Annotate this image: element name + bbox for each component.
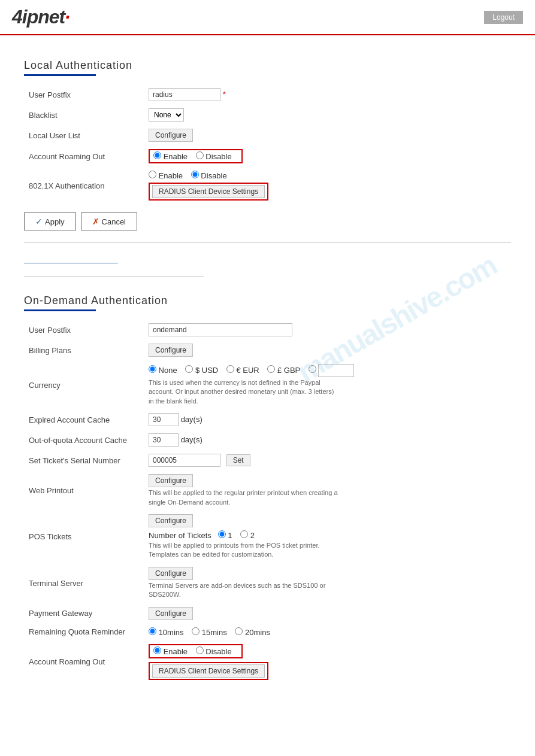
od-billing-plans-label: Billing Plans: [24, 340, 144, 360]
od-ticket-serial-value: Set: [144, 450, 511, 470]
od-payment-gateway-row: Payment Gateway Configure: [24, 603, 511, 624]
apply-check-icon: ✓: [35, 217, 43, 226]
dot1x-disable-radio[interactable]: [191, 171, 199, 178]
section-separator-2: [24, 276, 204, 277]
blacklist-label: Blacklist: [24, 105, 144, 125]
od-num-tickets-2-label: 2: [240, 531, 255, 540]
currency-usd-label: $ USD: [185, 366, 220, 375]
od-user-postfix-label: User Postfix: [24, 320, 144, 340]
od-quota-15-radio[interactable]: [192, 627, 200, 635]
user-postfix-row: User Postfix *: [24, 84, 511, 105]
dot1x-disable-label: Disable: [191, 171, 227, 180]
dot1x-enable-radio[interactable]: [149, 171, 156, 178]
od-pos-tickets-row: POS Tickets Configure Number of Tickets …: [24, 511, 511, 563]
blacklist-value: None: [144, 105, 511, 125]
currency-note: This is used when the currency is not de…: [149, 377, 340, 406]
od-web-printout-configure-button[interactable]: Configure: [149, 474, 193, 487]
account-roaming-enable-radio[interactable]: [153, 151, 161, 159]
od-radius-button[interactable]: RADIUS Client Device Settings: [152, 664, 265, 678]
currency-none-radio[interactable]: [149, 365, 156, 373]
od-currency-label: Currency: [24, 360, 144, 409]
currency-none-label: None: [149, 366, 179, 375]
od-account-roaming-out-row: Account Roaming Out Enable Disable: [24, 640, 511, 684]
od-remaining-quota-label: Remaining Quota Reminder: [24, 624, 144, 640]
od-quota-20-label: 20mins: [235, 628, 270, 637]
account-roaming-disable-radio[interactable]: [196, 151, 204, 159]
placeholder-link-1[interactable]: [24, 256, 118, 264]
od-user-postfix-input[interactable]: [149, 323, 292, 336]
local-radius-highlight: RADIUS Client Device Settings: [149, 183, 268, 201]
account-roaming-out-value: Enable Disable: [144, 145, 511, 167]
od-account-roaming-out-value: Enable Disable RADIUS Client Device Sett…: [144, 640, 511, 684]
logout-button[interactable]: Logout: [484, 11, 523, 24]
on-demand-auth-form: User Postfix Billing Plans Configure Cur…: [24, 320, 511, 684]
account-roaming-out-highlight: Enable Disable: [149, 149, 243, 163]
od-pos-tickets-note: This will be applied to printouts from t…: [149, 540, 340, 560]
od-pos-tickets-label: POS Tickets: [24, 511, 144, 563]
od-terminal-server-note: Terminal Servers are add-on devices such…: [149, 580, 340, 600]
currency-custom-input[interactable]: [318, 364, 354, 377]
od-web-printout-note: This will be applied to the regular prin…: [149, 487, 340, 507]
user-postfix-input[interactable]: [149, 88, 220, 101]
section-separator-1: [24, 242, 511, 243]
od-out-of-quota-input[interactable]: [149, 433, 179, 447]
dot1x-enable-label: Enable: [149, 171, 185, 180]
od-remaining-quota-value: 10mins 15mins 20mins: [144, 624, 511, 640]
od-quota-20-radio[interactable]: [235, 627, 243, 635]
od-expired-cache-input[interactable]: [149, 413, 179, 426]
od-quota-10-radio[interactable]: [149, 627, 156, 635]
od-out-of-quota-value: day(s): [144, 430, 511, 450]
account-roaming-disable-label: Disable: [196, 152, 232, 161]
od-ticket-serial-set-button[interactable]: Set: [226, 454, 250, 466]
od-num-tickets-1-radio[interactable]: [218, 530, 226, 538]
local-user-list-label: Local User List: [24, 125, 144, 145]
currency-custom-radio[interactable]: [309, 365, 316, 373]
local-auth-section: Local Authentication User Postfix * Blac…: [24, 59, 511, 230]
od-terminal-server-label: Terminal Server: [24, 563, 144, 603]
od-billing-plans-configure-button[interactable]: Configure: [149, 344, 193, 357]
od-out-of-quota-row: Out-of-quota Account Cache day(s): [24, 430, 511, 450]
logo: 4ipnet·: [12, 6, 69, 28]
od-payment-gateway-value: Configure: [144, 603, 511, 624]
local-user-list-configure-button[interactable]: Configure: [149, 129, 193, 142]
od-expired-cache-unit: day(s): [181, 415, 202, 424]
local-auth-form: User Postfix * Blacklist None Local User…: [24, 84, 511, 204]
od-ticket-serial-input[interactable]: [149, 454, 220, 467]
od-web-printout-label: Web Printout: [24, 470, 144, 511]
account-roaming-out-label: Account Roaming Out: [24, 145, 144, 167]
local-user-list-row: Local User List Configure: [24, 125, 511, 145]
currency-gbp-radio[interactable]: [267, 365, 275, 373]
dot1x-auth-row: 802.1X Authentication Enable Disable RAD…: [24, 167, 511, 204]
required-asterisk: *: [223, 90, 226, 99]
od-roaming-enable-radio[interactable]: [153, 646, 161, 654]
od-user-postfix-row: User Postfix: [24, 320, 511, 340]
od-num-tickets-1-label: 1: [218, 531, 234, 540]
user-postfix-label: User Postfix: [24, 84, 144, 105]
local-user-list-value: Configure: [144, 125, 511, 145]
od-roaming-disable-radio[interactable]: [196, 646, 204, 654]
od-pos-tickets-configure-button[interactable]: Configure: [149, 514, 193, 527]
blacklist-row: Blacklist None: [24, 105, 511, 125]
local-cancel-button[interactable]: ✗ Cancel: [81, 212, 137, 230]
od-num-tickets-container: Number of Tickets 1 2: [149, 530, 506, 540]
od-ticket-serial-row: Set Ticket's Serial Number Set: [24, 450, 511, 470]
local-auth-btn-row: ✓ Apply ✗ Cancel: [24, 212, 511, 230]
cancel-x-icon: ✗: [92, 217, 99, 226]
od-web-printout-row: Web Printout Configure This will be appl…: [24, 470, 511, 511]
od-num-tickets-2-radio[interactable]: [240, 530, 248, 538]
blacklist-select[interactable]: None: [149, 108, 184, 122]
od-payment-gateway-configure-button[interactable]: Configure: [149, 607, 193, 620]
currency-usd-radio[interactable]: [185, 365, 193, 373]
currency-gbp-label: £ GBP: [267, 366, 302, 375]
logo-text: 4ipnet: [12, 6, 65, 28]
od-web-printout-value: Configure This will be applied to the re…: [144, 470, 511, 511]
od-remaining-quota-row: Remaining Quota Reminder 10mins 15mins 2…: [24, 624, 511, 640]
od-quota-15-label: 15mins: [192, 628, 229, 637]
od-ticket-serial-label: Set Ticket's Serial Number: [24, 450, 144, 470]
currency-eur-radio[interactable]: [226, 365, 234, 373]
od-terminal-server-configure-button[interactable]: Configure: [149, 567, 193, 580]
local-apply-button[interactable]: ✓ Apply: [24, 212, 76, 230]
od-expired-cache-row: Expired Account Cache day(s): [24, 409, 511, 430]
local-radius-button[interactable]: RADIUS Client Device Settings: [152, 185, 265, 198]
link-area: [24, 255, 511, 264]
